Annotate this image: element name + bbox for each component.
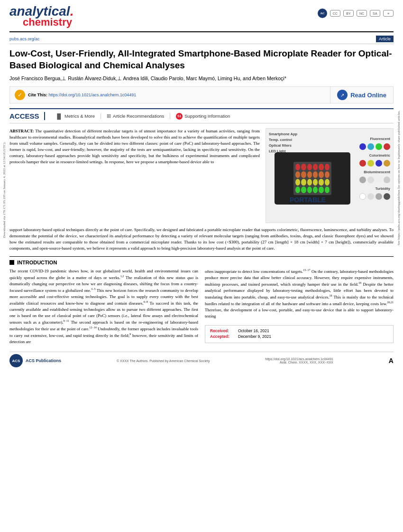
accepted-label: Accepted: (210, 334, 236, 339)
section-divider (9, 256, 394, 257)
figure-labels-right: Fluorescent Colorimetric (359, 135, 390, 200)
abstract-section: ABSTRACT: The quantitative detection of … (9, 128, 394, 223)
cite-label: Cite This: (28, 93, 47, 97)
access-article-rec[interactable]: ⊞ Article Recommendations (101, 113, 170, 119)
read-online-icon: ↗ (337, 90, 348, 100)
abstract-continuation: support laboratory-based optical techniq… (9, 227, 394, 252)
footer-copyright: © XXXX The Authors. Published by America… (117, 359, 210, 363)
article-rec-label: Article Recommendations (113, 113, 164, 119)
body-columns: The recent COVID-19 pandemic shows how, … (9, 268, 394, 345)
received-box: Received: October 16, 2021 Accepted: Dec… (205, 325, 394, 343)
acs-logo-footer: ACS ACS Publications (9, 354, 61, 367)
accepted-date: December 9, 2021 (238, 334, 271, 339)
abstract-text: ABSTRACT: The quantitative detection of … (9, 128, 260, 165)
access-bar: ACCESS ▐▌ Metrics & More ⊞ Article Recom… (9, 108, 394, 123)
article-badge: Article (376, 36, 394, 42)
page-footer: ACS ACS Publications © XXXX The Authors.… (9, 352, 394, 367)
page-container: Downloaded via 178.171.95.195 on January… (0, 0, 403, 532)
abstract-body: The quantitative detection of different … (9, 129, 260, 164)
header-icons: AC CC BY NC SA ≡ (318, 9, 394, 18)
logo-chemistry: chemistry (23, 16, 72, 28)
footer-left: ACS ACS Publications (9, 354, 61, 367)
cc-license-icon: CC (330, 10, 340, 17)
acs-icon: AC (318, 9, 327, 18)
cite-doi[interactable]: https://doi.org/10.1021/acs.analchem.1c0… (49, 93, 137, 97)
acs-circle-icon: ACS (9, 354, 23, 367)
figure-image: Smartphone App Temp. control Optical fil… (266, 128, 394, 223)
intro-text-right: often inappropriate to detect low concen… (205, 268, 394, 319)
acs-publications-label: ACS Publications (26, 358, 61, 363)
nc-license-icon: NC (357, 10, 367, 17)
main-content: analytical. chemistry AC CC BY NC SA ≡ p… (9, 0, 394, 367)
journal-logo: analytical. chemistry (9, 5, 73, 28)
by-license-icon: BY (343, 10, 354, 17)
journal-header: analytical. chemistry AC CC BY NC SA ≡ (9, 5, 394, 32)
access-supporting[interactable]: S1 Supporting Information (170, 113, 236, 120)
abstract-figure: Smartphone App Temp. control Optical fil… (266, 128, 394, 223)
abstract-col-left: ABSTRACT: The quantitative detection of … (9, 128, 260, 223)
introduction-heading: INTRODUCTION (9, 260, 394, 265)
side-text-sharing: See https://pubs.acs.org/sharingguidelin… (394, 95, 403, 261)
body-col-left: The recent COVID-19 pandemic shows how, … (9, 268, 198, 345)
body-col-right: often inappropriate to detect low concen… (205, 268, 394, 345)
cite-section: ✓ Cite This: https://doi.org/10.1021/acs… (10, 87, 330, 103)
footer-right: https://doi.org/10.1021/acs.analchem.1c0… (265, 357, 333, 364)
intro-square-icon (9, 260, 14, 265)
microplate-sim (293, 162, 331, 195)
received-label: Received: (210, 328, 236, 333)
accepted-row: Accepted: December 9, 2021 (210, 334, 388, 339)
metrics-label: Metrics & More (64, 113, 95, 119)
received-row: Received: October 16, 2021 (210, 328, 388, 333)
intro-text-left: The recent COVID-19 pandemic shows how, … (9, 268, 198, 345)
url-bar: pubs.acs.org/ac Article (9, 34, 394, 44)
journal-url[interactable]: pubs.acs.org/ac (9, 37, 40, 41)
page-letter: A (389, 357, 394, 364)
abstract-label: ABSTRACT: (9, 129, 34, 133)
metrics-icon: ▐▌ (55, 113, 63, 119)
read-online-label: Read Online (350, 92, 386, 99)
cite-bar: ✓ Cite This: https://doi.org/10.1021/acs… (9, 86, 394, 103)
supporting-label: Supporting Information (184, 113, 230, 119)
access-label: ACCESS (9, 112, 45, 120)
article-rec-icon: ⊞ (107, 113, 111, 119)
sa-license-icon: SA (370, 10, 380, 17)
portable-label: PORTABLE (290, 196, 326, 204)
access-metrics[interactable]: ▐▌ Metrics & More (50, 113, 101, 119)
received-date: October 16, 2021 (238, 328, 269, 333)
nd-license-icon: ≡ (383, 10, 394, 17)
cite-icon: ✓ (15, 90, 25, 100)
figure-labels-left: Smartphone App Temp. control Optical fil… (269, 131, 297, 154)
read-online-section[interactable]: ↗ Read Online (330, 87, 393, 103)
article-title: Low-Cost, User-Friendly, All-Integrated … (9, 48, 394, 71)
cite-text: Cite This: https://doi.org/10.1021/acs.a… (28, 93, 136, 97)
authors: José Francisco Bergua,⊥ Ruslán Álvarez-D… (9, 75, 394, 83)
s1-badge: S1 (176, 113, 183, 120)
side-text-downloaded: Downloaded via 178.171.95.195 on January… (0, 95, 9, 285)
